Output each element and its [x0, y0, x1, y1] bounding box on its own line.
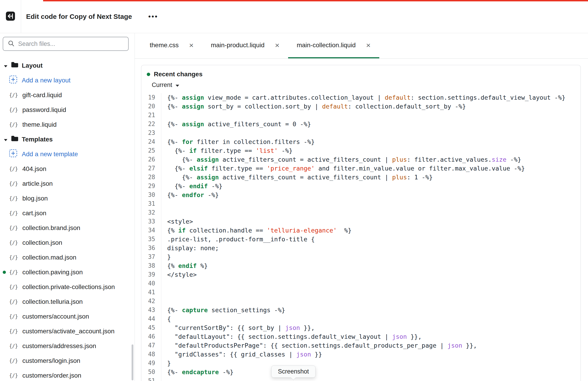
- tab-label: main-product.liquid: [211, 42, 265, 49]
- file-name: cart.json: [22, 210, 46, 217]
- file-item[interactable]: {/}collection.json: [0, 235, 134, 250]
- code-text: [161, 111, 167, 120]
- file-name: collection.paving.json: [22, 269, 83, 276]
- file-item[interactable]: {/}customers/activate_account.json: [0, 324, 134, 338]
- code-text: {%- assign active_filters_count = active…: [161, 173, 433, 182]
- file-item[interactable]: {/}404.json: [0, 161, 134, 176]
- code-file-icon: {/}: [9, 284, 18, 290]
- file-item[interactable]: {/}collection.paving.json: [0, 265, 134, 279]
- code-line-21[interactable]: 21: [141, 111, 581, 120]
- add-file-button[interactable]: Add a new template: [0, 147, 134, 161]
- code-line-41[interactable]: 41: [141, 288, 581, 297]
- tab-theme.css[interactable]: theme.css×: [141, 33, 202, 58]
- code-file-icon: {/}: [9, 210, 18, 216]
- more-actions-button[interactable]: •••: [146, 11, 161, 22]
- code-line-49[interactable]: 49}: [141, 359, 581, 368]
- file-item[interactable]: {/}collection.private-collections.json: [0, 279, 134, 294]
- file-item[interactable]: {/}article.json: [0, 176, 134, 191]
- file-item[interactable]: {/}collection.telluria.json: [0, 294, 134, 309]
- code-line-37[interactable]: 37}: [141, 252, 581, 261]
- search-input[interactable]: [18, 40, 124, 47]
- file-item[interactable]: {/}password.liquid: [0, 102, 134, 117]
- file-item[interactable]: {/}gift-card.liquid: [0, 88, 134, 102]
- code-line-36[interactable]: 36display: none;: [141, 244, 581, 252]
- code-text: [161, 199, 167, 208]
- line-number: 45: [141, 323, 161, 332]
- code-text: {%- assign active_filters_count = active…: [161, 155, 521, 164]
- tab-main-collection.liquid[interactable]: main-collection.liquid×: [288, 33, 379, 58]
- code-line-23[interactable]: 23: [141, 129, 581, 137]
- line-number: 38: [141, 261, 161, 270]
- code-line-31[interactable]: 31: [141, 199, 581, 208]
- code-line-19[interactable]: 19{%- assign view_mode = cart.attributes…: [141, 93, 581, 102]
- code-line-45[interactable]: 45 "currentSortBy": {{ sort_by | json }}…: [141, 323, 581, 332]
- add-file-label: Add a new template: [22, 151, 78, 158]
- modified-dot: [3, 271, 6, 274]
- code-line-50[interactable]: 50{%- endcapture -%}: [141, 368, 581, 377]
- close-icon[interactable]: ×: [366, 41, 371, 49]
- line-number: 23: [141, 129, 161, 137]
- sidebar-scrollbar[interactable]: [132, 344, 133, 380]
- line-number: 22: [141, 120, 161, 129]
- code-file-icon: {/}: [9, 269, 18, 275]
- code-line-43[interactable]: 43{%- capture section_settings -%}: [141, 306, 581, 314]
- file-name: collection.brand.json: [22, 224, 80, 232]
- back-button[interactable]: [0, 0, 21, 33]
- code-text: "defaultLayout": {{ section.settings.def…: [161, 332, 422, 341]
- code-file-icon: {/}: [9, 299, 18, 305]
- code-text: {%- elsif filter.type == 'price_range' a…: [161, 164, 525, 173]
- code-line-48[interactable]: 48 "gridClasses": {{ grid_classes | json…: [141, 350, 581, 359]
- close-icon[interactable]: ×: [275, 41, 279, 49]
- code-text: {%- endfor -%}: [161, 190, 219, 199]
- file-item[interactable]: {/}cart.json: [0, 206, 134, 221]
- code-line-39[interactable]: 39</style>: [141, 270, 581, 279]
- file-item[interactable]: {/}blog.json: [0, 191, 134, 206]
- file-item[interactable]: {/}customers/account.json: [0, 309, 134, 324]
- add-file-button[interactable]: Add a new layout: [0, 73, 134, 88]
- file-item[interactable]: {/}customers/order.json: [0, 368, 134, 381]
- line-number: 26: [141, 155, 161, 164]
- code-line-44[interactable]: 44{: [141, 314, 581, 323]
- code-line-26[interactable]: 26 {%- assign active_filters_count = act…: [141, 155, 581, 164]
- file-item[interactable]: {/}collection.brand.json: [0, 221, 134, 235]
- code-line-30[interactable]: 30{%- endfor -%}: [141, 190, 581, 199]
- code-line-38[interactable]: 38{% endif %}: [141, 261, 581, 270]
- code-text: [161, 279, 167, 288]
- code-line-29[interactable]: 29 {%- endif -%}: [141, 182, 581, 190]
- code-line-34[interactable]: 34{% if collection.handle == 'telluria-e…: [141, 226, 581, 235]
- file-item[interactable]: {/}customers/login.json: [0, 353, 134, 368]
- line-number: 35: [141, 235, 161, 244]
- file-item[interactable]: {/}collection.mad.json: [0, 250, 134, 265]
- code-line-27[interactable]: 27 {%- elsif filter.type == 'price_range…: [141, 164, 581, 173]
- header: Edit code for Copy of Next Stage •••: [0, 0, 588, 33]
- code-line-42[interactable]: 42: [141, 297, 581, 306]
- version-dropdown[interactable]: Current: [152, 82, 179, 89]
- code-line-33[interactable]: 33<style>: [141, 217, 581, 226]
- file-name: collection.json: [22, 239, 63, 246]
- tab-main-product.liquid[interactable]: main-product.liquid×: [202, 33, 288, 58]
- file-item[interactable]: {/}customers/addresses.json: [0, 338, 134, 353]
- code-line-46[interactable]: 46 "defaultLayout": {{ section.settings.…: [141, 332, 581, 341]
- code-line-32[interactable]: 32: [141, 208, 581, 217]
- code-line-24[interactable]: 24{%- for filter in collection.filters -…: [141, 137, 581, 146]
- code-line-22[interactable]: 22{%- assign active_filters_count = 0 -%…: [141, 120, 581, 129]
- line-number: 27: [141, 164, 161, 173]
- code-text: [161, 297, 167, 306]
- code-line-40[interactable]: 40: [141, 279, 581, 288]
- code-line-35[interactable]: 35.price-list, .product-form__info-title…: [141, 235, 581, 244]
- file-search[interactable]: [3, 37, 129, 51]
- file-item[interactable]: {/}theme.liquid: [0, 117, 134, 132]
- code-area[interactable]: 19{%- assign view_mode = cart.attributes…: [141, 93, 581, 381]
- line-number: 21: [141, 111, 161, 120]
- close-icon[interactable]: ×: [189, 41, 194, 49]
- add-icon: [9, 149, 17, 159]
- code-line-47[interactable]: 47 "defaultProductsPerPage": {{ section.…: [141, 341, 581, 350]
- code-line-51[interactable]: 51: [141, 377, 581, 381]
- code-line-20[interactable]: 20{%- assign sort_by = collection.sort_b…: [141, 102, 581, 111]
- add-file-label: Add a new layout: [22, 77, 71, 84]
- folder-templates[interactable]: Templates: [0, 132, 134, 147]
- code-line-28[interactable]: 28 {%- assign active_filters_count = act…: [141, 173, 581, 182]
- folder-layout[interactable]: Layout: [0, 58, 134, 73]
- code-line-25[interactable]: 25 {%- if filter.type == 'list' -%}: [141, 146, 581, 155]
- file-name: collection.telluria.json: [22, 298, 83, 305]
